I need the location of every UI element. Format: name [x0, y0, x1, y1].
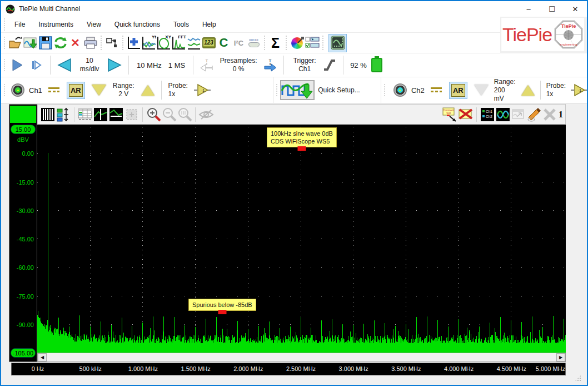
channel2-group: Ch2 AR Range: 200 mV Probe: 1x -1: [381, 77, 587, 103]
ch1-range-down-button[interactable]: [92, 85, 106, 96]
combined-graph-icon[interactable]: [186, 36, 201, 51]
toolbar-separator: [283, 56, 284, 75]
presamples-decrease-button[interactable]: T: [198, 58, 216, 73]
ch2-coupling-icon[interactable]: [430, 86, 442, 94]
save-measurement-icon[interactable]: [23, 36, 38, 51]
ch1-autorange-button[interactable]: AR: [67, 82, 85, 99]
minimize-button[interactable]: –: [517, 1, 540, 17]
comment-note-text: 100kHz sine wave 0dB: [271, 130, 333, 137]
ch2-range-up-button[interactable]: [521, 85, 535, 96]
maximize-button[interactable]: ☐: [540, 1, 564, 17]
eraser-button[interactable]: [526, 107, 542, 122]
menu-instruments[interactable]: Instruments: [32, 21, 80, 28]
delete-icon[interactable]: ✕: [68, 36, 83, 51]
comment-anchor-marker[interactable]: [297, 146, 306, 151]
scroll-right-button[interactable]: ▶: [556, 353, 565, 362]
frequency-axis[interactable]: 0 Hz500 kHz1.000 MHz1.500 MHz2.000 MHz2.…: [11, 363, 566, 375]
xy-graph-icon[interactable]: XY: [156, 36, 171, 51]
instrument-panel-icon[interactable]: [305, 36, 320, 51]
yt-graph-icon[interactable]: Yt: [141, 36, 156, 51]
ch2-range-down-button: [474, 85, 489, 96]
menu-tools[interactable]: Tools: [167, 21, 196, 28]
horizontal-scrollbar[interactable]: ◀ ▶: [37, 353, 566, 362]
toolbar-separator: [264, 36, 265, 50]
delete-comment-button[interactable]: [458, 107, 474, 122]
chart-region: 15.00 dBV 0.00-15.00-30.00-45.00-60.00-7…: [6, 104, 566, 376]
timebase-slower-button[interactable]: [55, 58, 74, 73]
ch2-probe-value: Probe: 1x: [546, 82, 566, 98]
trace-colors-button[interactable]: [495, 107, 511, 122]
ch1-range-up-button[interactable]: [141, 85, 155, 96]
toolbar-separator: [142, 107, 143, 122]
ch1-coupling-icon[interactable]: [48, 86, 60, 94]
meter-display-icon[interactable]: 123: [201, 36, 216, 51]
print-icon[interactable]: [83, 36, 98, 51]
ch2-bnc-icon[interactable]: [393, 83, 407, 97]
axis-max-value[interactable]: 15.00: [11, 125, 36, 134]
y-tick-label: -60.00: [17, 264, 34, 271]
menu-help[interactable]: Help: [196, 21, 223, 28]
start-button[interactable]: [8, 58, 27, 73]
comment-note[interactable]: 100kHz sine wave 0dBCDS WiFiScope WS5: [267, 127, 337, 147]
brand-wordmark: TiePie: [502, 24, 552, 46]
presamples-increase-button[interactable]: T: [261, 58, 279, 73]
x-tick-label: 4.000 MHz: [444, 365, 474, 372]
resize-grip-icon[interactable]: [575, 375, 581, 382]
quick-setup-group: Quick Setup...: [273, 77, 381, 103]
refresh-icon[interactable]: [53, 36, 68, 51]
save-icon[interactable]: [38, 36, 53, 51]
zoom-in-button[interactable]: [146, 107, 161, 122]
fft-graph-icon[interactable]: FFT: [171, 36, 186, 51]
menu-quick-functions[interactable]: Quick functions: [108, 21, 167, 28]
axis-unit-label: dBV: [9, 136, 37, 143]
timebase-value: 10 ms/div: [74, 57, 105, 73]
object-tree-icon[interactable]: [104, 36, 119, 51]
menu-view[interactable]: View: [80, 21, 108, 28]
graph-display-button[interactable]: [328, 34, 347, 52]
trigger-slope-icon[interactable]: [321, 58, 338, 73]
window-title: TiePie Multi Channel: [19, 5, 80, 13]
toolbar-separator: [286, 36, 287, 50]
horizontal-cursors-button[interactable]: [108, 107, 124, 122]
add-comment-button[interactable]: Comment Text: [442, 107, 458, 122]
x-tick-label: 4.500 MHz: [497, 365, 526, 372]
ch2-autorange-button[interactable]: AR: [449, 82, 467, 99]
menu-file[interactable]: File: [8, 21, 32, 28]
scroll-left-button[interactable]: ◀: [38, 353, 47, 362]
vertical-cursors-button[interactable]: [93, 107, 108, 122]
value-axis[interactable]: 15.00 dBV 0.00-15.00-30.00-45.00-60.00-7…: [9, 104, 37, 362]
i2c-analyzer-icon[interactable]: I²C: [231, 36, 246, 51]
app-icon: [6, 4, 15, 14]
serial-protocol-icon[interactable]: 00110: [246, 36, 261, 51]
timebase-faster-button[interactable]: [105, 58, 124, 73]
comment-anchor-marker[interactable]: [218, 310, 226, 314]
quick-setup-button[interactable]: Quick Setup...: [280, 80, 360, 100]
axis-min-value[interactable]: -105.00: [11, 348, 36, 358]
add-graph-icon[interactable]: [126, 36, 141, 51]
close-button[interactable]: ✕: [564, 1, 587, 17]
ch1-bnc-icon[interactable]: [11, 83, 24, 97]
comment-note[interactable]: Spurious below -85dB: [188, 299, 256, 311]
ch1-probe-icon[interactable]: -1: [193, 83, 210, 97]
toolbar-separator: [101, 36, 102, 50]
measurements-table-button[interactable]: [77, 107, 93, 122]
toolbar-separator: [161, 81, 162, 100]
record-length-value: 1 MS: [168, 61, 185, 70]
one-shot-button[interactable]: [27, 58, 46, 73]
sum-function-icon[interactable]: Σ: [268, 36, 283, 51]
title-bar: TiePie Multi Channel – ☐ ✕: [1, 1, 587, 17]
c-display-icon[interactable]: C: [216, 36, 231, 51]
toolbar-grip: [4, 59, 7, 71]
ch2-probe-icon[interactable]: -1: [570, 83, 587, 97]
toolbar-separator: [50, 56, 51, 75]
axes-settings-button[interactable]: [56, 107, 71, 122]
open-icon[interactable]: [8, 36, 23, 51]
legend-button[interactable]: Ch1 Ch2: [480, 107, 495, 122]
grid-button[interactable]: [40, 107, 56, 122]
colors-icon[interactable]: [290, 36, 305, 51]
clear-count-label: 1: [559, 110, 563, 120]
menu-items: FileInstrumentsViewQuick functionsToolsH…: [8, 21, 223, 28]
value-axis-handle[interactable]: [10, 106, 36, 123]
spectrum-plot[interactable]: 100kHz sine wave 0dBCDS WiFiScope WS5Spu…: [37, 125, 566, 353]
x-tick-label: 5.000 MHz: [536, 365, 565, 372]
